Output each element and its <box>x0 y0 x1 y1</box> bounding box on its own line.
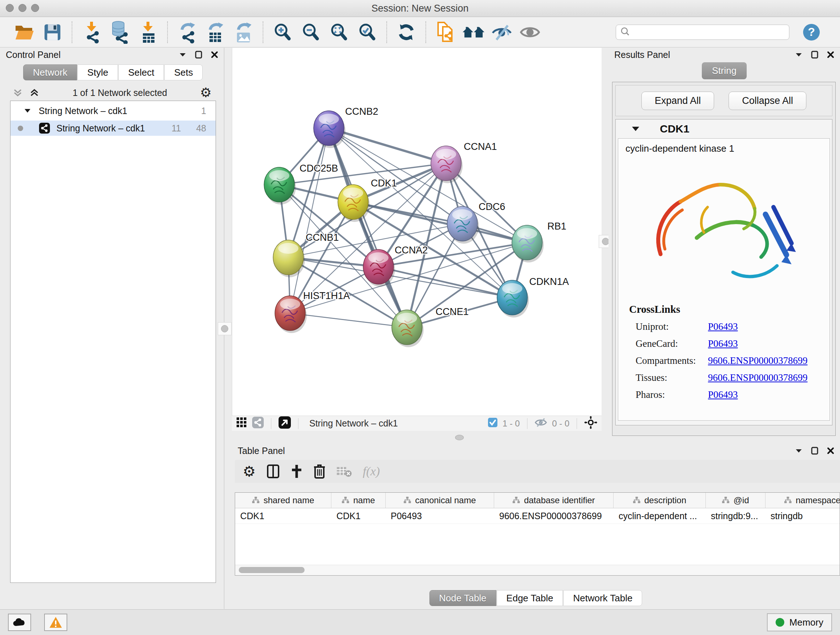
zoom-fit-button[interactable] <box>328 21 350 43</box>
birds-eye-view-icon[interactable] <box>279 416 291 431</box>
columns-icon[interactable] <box>267 464 279 478</box>
protein-entry-header[interactable]: CDK1 <box>616 119 832 138</box>
column-header-shared-name[interactable]: shared name <box>235 493 332 508</box>
float-panel-icon[interactable] <box>811 51 818 59</box>
add-icon[interactable] <box>291 464 303 478</box>
tab-network-table[interactable]: Network Table <box>563 590 642 606</box>
search-box[interactable] <box>616 25 789 40</box>
selected-checkbox-icon[interactable] <box>488 418 497 429</box>
import-network-button[interactable] <box>80 21 103 43</box>
home-button[interactable] <box>462 21 485 43</box>
minimize-window-button[interactable] <box>19 4 27 12</box>
panel-menu-icon[interactable] <box>795 448 802 453</box>
network-node-CCNA1[interactable]: CCNA1 <box>431 141 497 183</box>
zoom-window-button[interactable] <box>31 4 39 12</box>
zoom-selected-button[interactable] <box>356 21 378 43</box>
export-table-button[interactable] <box>204 21 226 43</box>
column-header-@id[interactable]: @id <box>706 493 766 508</box>
crosslink-link[interactable]: P06493 <box>708 338 738 349</box>
network-edge[interactable] <box>378 267 512 298</box>
help-button[interactable]: ? <box>803 24 820 41</box>
show-all-button[interactable] <box>519 21 541 43</box>
close-panel-icon[interactable] <box>827 447 834 454</box>
float-panel-icon[interactable] <box>195 51 202 59</box>
crosslink-link[interactable]: 9606.ENSP00000378699 <box>708 355 807 366</box>
network-options-gear-icon[interactable]: ⚙ <box>200 86 212 99</box>
import-table-button[interactable] <box>137 21 159 43</box>
table-row[interactable]: CDK1CDK1P064939606.ENSP00000378699cyclin… <box>235 508 840 524</box>
collapse-all-button[interactable]: Collapse All <box>729 92 806 110</box>
cloud-button[interactable] <box>8 614 31 631</box>
tab-select[interactable]: Select <box>118 65 164 80</box>
network-view-share-icon[interactable] <box>252 417 264 431</box>
table-cell: CDK1 <box>332 508 386 524</box>
column-header-name[interactable]: name <box>332 493 386 508</box>
zoom-out-button[interactable] <box>300 21 322 43</box>
network-node-HIST1H1A[interactable]: HIST1H1A <box>275 290 350 333</box>
close-window-button[interactable] <box>6 4 14 12</box>
tab-string[interactable]: String <box>702 62 747 79</box>
export-network-button[interactable] <box>176 21 198 43</box>
panel-menu-icon[interactable] <box>179 52 186 57</box>
network-edge[interactable] <box>290 313 407 327</box>
column-header-namespace[interactable]: namespace <box>766 493 840 508</box>
tab-style[interactable]: Style <box>77 65 118 80</box>
column-header-description[interactable]: description <box>614 493 706 508</box>
network-share-icon <box>39 123 50 134</box>
expand-all-icon[interactable] <box>29 87 40 98</box>
network-collection-row[interactable]: String Network – cdk1 1 <box>11 101 216 119</box>
network-node-CCNE1[interactable]: CCNE1 <box>392 306 469 347</box>
left-splitter-handle[interactable] <box>218 322 232 335</box>
memory-button[interactable]: Memory <box>767 613 832 631</box>
network-node-CCNB2[interactable]: CCNB2 <box>314 106 378 148</box>
network-node-CDKN1A[interactable]: CDKN1A <box>497 276 569 318</box>
hidden-eye-icon[interactable] <box>535 418 547 429</box>
crosslink-link[interactable]: 9606.ENSP00000378699 <box>708 372 807 383</box>
hide-selected-button[interactable] <box>491 21 513 43</box>
close-panel-icon[interactable] <box>827 51 834 58</box>
hidden-count: 0 - 0 <box>552 418 569 429</box>
float-panel-icon[interactable] <box>811 447 818 455</box>
network-node-CCNB1[interactable]: CCNB1 <box>273 232 339 277</box>
show-grid-icon[interactable] <box>236 417 247 430</box>
tab-network[interactable]: Network <box>23 65 77 80</box>
column-header-database-identifier[interactable]: database identifier <box>494 493 614 508</box>
tab-sets[interactable]: Sets <box>164 65 202 80</box>
search-input[interactable] <box>633 27 785 38</box>
fit-selected-crosshair-icon[interactable] <box>584 416 597 431</box>
save-session-button[interactable] <box>41 21 64 43</box>
network-node-RB1[interactable]: RB1 <box>512 221 567 263</box>
gear-icon[interactable]: ⚙ <box>243 464 256 478</box>
network-node-CDC25B[interactable]: CDC25B <box>264 163 338 204</box>
zoom-in-button[interactable] <box>271 21 294 43</box>
network-row[interactable]: String Network – cdk1 11 48 <box>11 120 216 136</box>
network-edge[interactable] <box>329 128 446 163</box>
network-canvas[interactable]: CCNB2CCNA1CDC25BCDK1CDC6RB1CCNB1CCNA2CDK… <box>232 48 602 416</box>
network-node-CDC6[interactable]: CDC6 <box>447 201 505 244</box>
panel-menu-icon[interactable] <box>795 52 802 57</box>
refresh-button[interactable] <box>395 21 417 43</box>
node-label: CCNB1 <box>306 232 339 243</box>
column-header-canonical-name[interactable]: canonical name <box>386 493 494 508</box>
export-image-button[interactable] <box>232 21 255 43</box>
trash-icon[interactable] <box>314 464 325 478</box>
expand-all-button[interactable]: Expand All <box>641 92 714 110</box>
horizontal-splitter-handle[interactable] <box>455 435 464 440</box>
collection-disclosure-icon[interactable] <box>24 108 31 113</box>
tab-node-table[interactable]: Node Table <box>429 590 496 606</box>
clone-network-button[interactable] <box>434 21 456 43</box>
scrollbar-thumb[interactable] <box>239 567 305 573</box>
node-label: CDK1 <box>371 178 397 188</box>
crosslink-link[interactable]: P06493 <box>708 321 738 333</box>
table-cell: stringdb <box>766 508 840 524</box>
close-panel-icon[interactable] <box>211 51 218 58</box>
table-horizontal-scrollbar[interactable] <box>235 565 840 575</box>
open-session-button[interactable] <box>13 21 35 43</box>
network-edge[interactable] <box>329 128 527 242</box>
warning-button[interactable] <box>44 614 67 631</box>
entry-disclosure-icon[interactable] <box>632 126 639 132</box>
tab-edge-table[interactable]: Edge Table <box>497 590 563 606</box>
import-database-button[interactable] <box>109 21 131 43</box>
collapse-all-icon[interactable] <box>12 87 23 98</box>
crosslink-link[interactable]: P06493 <box>708 389 738 401</box>
